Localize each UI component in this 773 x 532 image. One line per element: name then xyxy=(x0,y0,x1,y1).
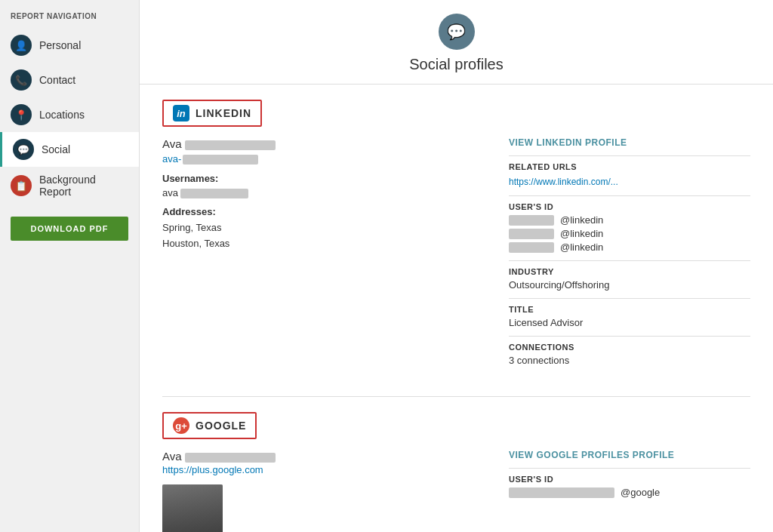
google-header: g+ GOOGLE xyxy=(162,412,257,439)
sidebar-item-contact[interactable]: 📞 Contact xyxy=(0,63,139,97)
linkedin-related-url[interactable]: https://www.linkedin.com/... xyxy=(509,177,618,187)
view-google-link[interactable]: VIEW GOOGLE PROFILES PROFILE xyxy=(509,450,750,460)
sidebar-item-background-label: Background Report xyxy=(39,174,128,198)
page-header: 💬 Social profiles xyxy=(140,0,773,85)
linkedin-person-name: Ava xyxy=(162,137,486,150)
user-id-row-3: @linkedin xyxy=(509,241,750,253)
background-icon: 📋 xyxy=(11,175,32,196)
page-title: Social profiles xyxy=(140,56,773,73)
user-id-blurred-2 xyxy=(509,229,554,239)
linkedin-industry-label: INDUSTRY xyxy=(509,267,750,276)
linkedin-username-value: ava xyxy=(162,187,486,198)
google-body: Ava https://plus.google.com VIEW GOOGLE … xyxy=(162,450,750,532)
sidebar: REPORT NAVIGATION 👤 Personal 📞 Contact 📍… xyxy=(0,0,140,532)
linkedin-username-label: Usernames: xyxy=(162,173,486,184)
linkedin-related-urls-section: RELATED URLS https://www.linkedin.com/..… xyxy=(509,155,750,188)
google-user-id-suffix: @google xyxy=(621,487,660,498)
google-right: VIEW GOOGLE PROFILES PROFILE USER'S ID @… xyxy=(509,450,750,532)
google-card: g+ GOOGLE Ava https://plus.google.com VI… xyxy=(162,412,750,532)
linkedin-card: in LINKEDIN Ava ava- Usernames: ava Addr… xyxy=(162,100,750,374)
linkedin-header: in LINKEDIN xyxy=(162,100,262,127)
user-id-blurred-1 xyxy=(509,215,554,226)
google-user-id-blurred xyxy=(509,487,614,498)
linkedin-address2: Houston, Texas xyxy=(162,236,486,252)
google-user-id-section: USER'S ID @google xyxy=(509,468,750,498)
sidebar-item-personal-label: Personal xyxy=(39,39,81,51)
sidebar-item-social[interactable]: 💬 Social xyxy=(0,132,139,167)
user-id-blurred-3 xyxy=(509,242,554,253)
linkedin-right: VIEW LINKEDIN PROFILE RELATED URLS https… xyxy=(509,137,750,374)
linkedin-icon: in xyxy=(173,105,189,121)
social-icon: 💬 xyxy=(13,139,34,160)
content-area: in LINKEDIN Ava ava- Usernames: ava Addr… xyxy=(140,85,773,532)
google-user-id-label: USER'S ID xyxy=(509,475,750,484)
linkedin-left: Ava ava- Usernames: ava Addresses: Sprin… xyxy=(162,137,486,374)
linkedin-person-link[interactable]: ava- xyxy=(162,153,258,165)
google-person-link[interactable]: https://plus.google.com xyxy=(162,464,486,475)
user-id-row-1: @linkedin xyxy=(509,214,750,226)
linkedin-body: Ava ava- Usernames: ava Addresses: Sprin… xyxy=(162,137,750,374)
sidebar-item-contact-label: Contact xyxy=(39,74,75,86)
user-id-value-2: @linkedin xyxy=(560,228,603,239)
linkedin-user-id-label: USER'S ID xyxy=(509,202,750,211)
user-id-value-3: @linkedin xyxy=(560,241,603,253)
google-platform-name: GOOGLE xyxy=(196,420,246,432)
download-pdf-button[interactable]: DOWNLOAD PDF xyxy=(11,217,128,241)
locations-icon: 📍 xyxy=(11,104,32,125)
linkedin-title-value: Licensed Advisor xyxy=(509,317,750,328)
linkedin-connections-section: CONNECTIONS 3 connections xyxy=(509,336,750,366)
personal-icon: 👤 xyxy=(11,35,32,56)
contact-icon: 📞 xyxy=(11,69,32,91)
linkedin-addresses-label: Addresses: xyxy=(162,206,486,217)
linkedin-industry-value: Outsourcing/Offshoring xyxy=(509,279,750,291)
linkedin-connections-label: CONNECTIONS xyxy=(509,343,750,352)
google-user-id-row: @google xyxy=(509,487,750,498)
sidebar-item-social-label: Social xyxy=(42,143,70,155)
linkedin-related-urls-label: RELATED URLS xyxy=(509,162,750,171)
google-icon: g+ xyxy=(173,417,189,434)
linkedin-title-label: TITLE xyxy=(509,305,750,314)
linkedin-platform-name: LINKEDIN xyxy=(196,107,251,119)
linkedin-address1: Spring, Texas xyxy=(162,220,486,236)
header-icon: 💬 xyxy=(439,14,475,50)
section-divider xyxy=(162,396,750,397)
user-id-row-2: @linkedin xyxy=(509,228,750,239)
google-photo xyxy=(162,484,223,532)
sidebar-item-background[interactable]: 📋 Background Report xyxy=(0,167,139,204)
linkedin-title-section: TITLE Licensed Advisor xyxy=(509,298,750,328)
google-left: Ava https://plus.google.com xyxy=(162,450,486,532)
linkedin-connections-value: 3 connections xyxy=(509,355,750,366)
user-id-value-1: @linkedin xyxy=(560,214,603,226)
sidebar-item-locations[interactable]: 📍 Locations xyxy=(0,97,139,132)
main-content: 💬 Social profiles in LINKEDIN Ava ava- U… xyxy=(140,0,773,532)
sidebar-title: REPORT NAVIGATION xyxy=(0,12,139,28)
linkedin-industry-section: INDUSTRY Outsourcing/Offshoring xyxy=(509,260,750,291)
sidebar-item-locations-label: Locations xyxy=(39,109,85,121)
linkedin-user-id-section: USER'S ID @linkedin @linkedin @linkedin xyxy=(509,195,750,253)
google-person-name: Ava xyxy=(162,450,486,463)
sidebar-item-personal[interactable]: 👤 Personal xyxy=(0,28,139,63)
view-linkedin-link[interactable]: VIEW LINKEDIN PROFILE xyxy=(509,137,750,148)
